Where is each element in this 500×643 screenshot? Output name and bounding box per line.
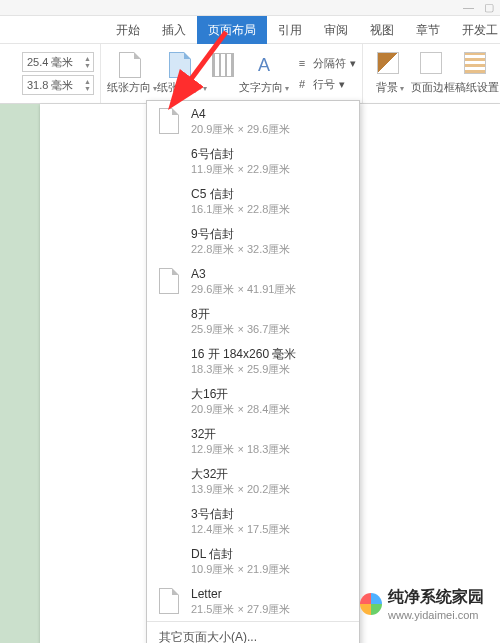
size-name: 6号信封 (191, 147, 290, 162)
size-option-8[interactable]: 32开12.9厘米 × 18.3厘米 (147, 421, 359, 461)
watermark: 纯净系统家园 www.yidaimei.com (360, 587, 484, 621)
break-icon: ≡ (295, 56, 309, 70)
annotation-arrow (126, 28, 246, 118)
size-name: A3 (191, 267, 296, 282)
size-option-11[interactable]: DL 信封10.9厘米 × 21.9厘米 (147, 541, 359, 581)
chevron-down-icon: ▾ (339, 78, 345, 91)
size-name: 大16开 (191, 387, 290, 402)
size-dimensions: 12.9厘米 × 18.3厘米 (191, 442, 290, 456)
page-border-button[interactable]: 页面边框 (411, 52, 455, 95)
chevron-down-icon: ▾ (350, 57, 356, 70)
paper-setting-button[interactable]: 稿纸设置 (455, 52, 499, 95)
line-number-button[interactable]: # 行号 ▾ (295, 75, 356, 93)
size-name: 32开 (191, 427, 290, 442)
size-dimensions: 16.1厘米 × 22.8厘米 (191, 202, 290, 216)
spinner[interactable]: ▲▼ (84, 78, 91, 92)
size-name: C5 信封 (191, 187, 290, 202)
size-option-6[interactable]: 16 开 184x260 毫米18.3厘米 × 25.9厘米 (147, 341, 359, 381)
group-margins: 25.4 毫米 ▲▼ 31.8 毫米 ▲▼ (0, 44, 101, 103)
tab-7[interactable]: 开发工 (451, 16, 500, 44)
size-dimensions: 22.8厘米 × 32.3厘米 (191, 242, 290, 256)
size-name: Letter (191, 587, 290, 602)
size-name: 大32开 (191, 467, 290, 482)
size-dimensions: 18.3厘米 × 25.9厘米 (191, 362, 296, 376)
size-dimensions: 25.9厘米 × 36.7厘米 (191, 322, 290, 336)
size-option-10[interactable]: 3号信封12.4厘米 × 17.5厘米 (147, 501, 359, 541)
text-direction-button[interactable]: A 文字方向▾ (239, 52, 289, 95)
size-name: DL 信封 (191, 547, 290, 562)
chevron-down-icon: ▾ (400, 84, 404, 93)
titlebar: — ▢ (0, 0, 500, 16)
margin-bottom-input[interactable]: 31.8 毫米 ▲▼ (22, 75, 94, 95)
svg-line-0 (174, 32, 226, 102)
watermark-title: 纯净系统家园 (388, 587, 484, 608)
size-option-3[interactable]: 9号信封22.8厘米 × 32.3厘米 (147, 221, 359, 261)
breaks-button[interactable]: ≡ 分隔符 ▾ (295, 54, 356, 72)
size-dimensions: 29.6厘米 × 41.91厘米 (191, 282, 296, 296)
size-name: 16 开 184x260 毫米 (191, 347, 296, 362)
tab-4[interactable]: 审阅 (313, 16, 359, 44)
size-dimensions: 13.9厘米 × 20.2厘米 (191, 482, 290, 496)
size-dimensions: 20.9厘米 × 28.4厘米 (191, 402, 290, 416)
size-name: 9号信封 (191, 227, 290, 242)
watermark-logo-icon (360, 593, 382, 615)
size-option-1[interactable]: 6号信封11.9厘米 × 22.9厘米 (147, 141, 359, 181)
watermark-url: www.yidaimei.com (388, 609, 484, 621)
spinner[interactable]: ▲▼ (84, 55, 91, 69)
size-dimensions: 21.5厘米 × 27.9厘米 (191, 602, 290, 616)
tab-6[interactable]: 章节 (405, 16, 451, 44)
group-background: 背景▾ 页面边框 稿纸设置 (363, 44, 500, 103)
size-option-2[interactable]: C5 信封16.1厘米 × 22.8厘米 (147, 181, 359, 221)
ribbon: 25.4 毫米 ▲▼ 31.8 毫米 ▲▼ 纸张方向▾ 纸张大小▾ 分栏 A (0, 44, 500, 104)
window-minimize[interactable]: — (463, 2, 474, 13)
chevron-down-icon: ▾ (285, 84, 289, 93)
margin-bottom-value: 31.8 (27, 79, 48, 91)
tab-5[interactable]: 视图 (359, 16, 405, 44)
linenum-icon: # (295, 77, 309, 91)
size-dimensions: 12.4厘米 × 17.5厘米 (191, 522, 290, 536)
size-dimensions: 10.9厘米 × 21.9厘米 (191, 562, 290, 576)
paper-size-dropdown: A420.9厘米 × 29.6厘米6号信封11.9厘米 × 22.9厘米C5 信… (146, 100, 360, 643)
size-option-5[interactable]: 8开25.9厘米 × 36.7厘米 (147, 301, 359, 341)
margin-top-unit: 毫米 (51, 55, 73, 70)
size-option-12[interactable]: Letter21.5厘米 × 27.9厘米 (147, 581, 359, 621)
size-name: 3号信封 (191, 507, 290, 522)
margin-top-value: 25.4 (27, 56, 48, 68)
size-dimensions: 11.9厘米 × 22.9厘米 (191, 162, 290, 176)
margin-top-input[interactable]: 25.4 毫米 ▲▼ (22, 52, 94, 72)
size-dimensions: 20.9厘米 × 29.6厘米 (191, 122, 290, 136)
tab-3[interactable]: 引用 (267, 16, 313, 44)
size-option-9[interactable]: 大32开13.9厘米 × 20.2厘米 (147, 461, 359, 501)
size-other-option[interactable]: 其它页面大小(A)... (147, 621, 359, 643)
window-maximize[interactable]: ▢ (484, 2, 494, 13)
size-option-4[interactable]: A329.6厘米 × 41.91厘米 (147, 261, 359, 301)
size-name: 8开 (191, 307, 290, 322)
tab-bar: 开始插入页面布局引用审阅视图章节开发工 (0, 16, 500, 44)
margin-bottom-unit: 毫米 (51, 78, 73, 93)
size-option-7[interactable]: 大16开20.9厘米 × 28.4厘米 (147, 381, 359, 421)
background-button[interactable]: 背景▾ (369, 52, 411, 95)
